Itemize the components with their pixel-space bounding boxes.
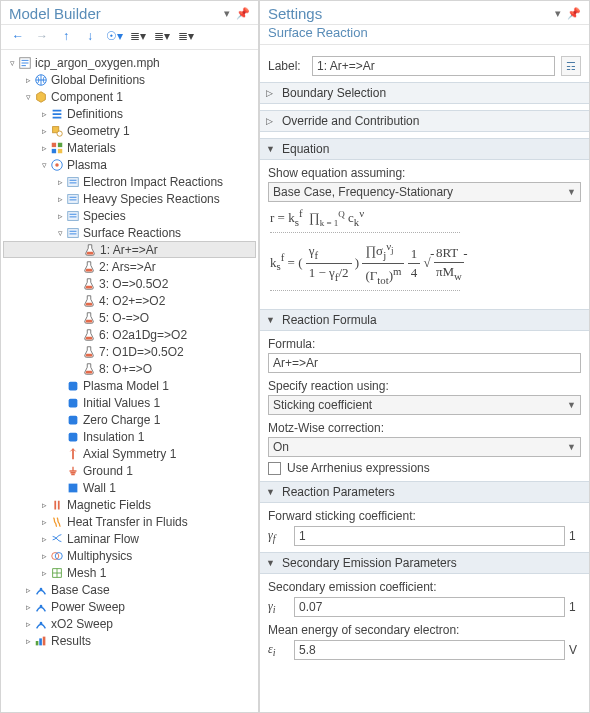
chevron-right-icon[interactable]: ▹	[39, 568, 49, 578]
collapse-button-3[interactable]: ≣▾	[175, 27, 197, 45]
chevron-right-icon[interactable]: ▹	[39, 126, 49, 136]
chevron-right-icon[interactable]: ▹	[23, 585, 33, 595]
section-reaction-formula[interactable]: ▼ Reaction Formula	[260, 309, 589, 331]
section-reaction-params[interactable]: ▼ Reaction Parameters	[260, 481, 589, 503]
tree-item-global-definitions[interactable]: ▹Global Definitions	[3, 71, 256, 88]
tree-item-3-o-0-5o2[interactable]: 3: O=>0.5O2	[3, 275, 256, 292]
chevron-down-icon[interactable]: ▿	[39, 160, 49, 170]
chevron-right-icon[interactable]: ▹	[55, 194, 65, 204]
tree-item-ground-1[interactable]: Ground 1	[3, 462, 256, 479]
tree-item-initial-values-1[interactable]: Initial Values 1	[3, 394, 256, 411]
model-builder-title: Model Builder	[9, 5, 224, 22]
tree-item-label: Heat Transfer in Fluids	[67, 515, 188, 529]
arrhenius-checkbox[interactable]	[268, 462, 281, 475]
tree-item-axial-symmetry-1[interactable]: Axial Symmetry 1	[3, 445, 256, 462]
tree-item-8-o-o[interactable]: 8: O+=>O	[3, 360, 256, 377]
tree-item-5-o-o[interactable]: 5: O-=>O	[3, 309, 256, 326]
chevron-right-icon[interactable]: ▹	[39, 143, 49, 153]
back-button[interactable]: ←	[7, 27, 29, 45]
chevron-right-icon[interactable]: ▹	[39, 500, 49, 510]
formula-input[interactable]	[268, 353, 581, 373]
specify-select[interactable]: Sticking coefficient ▼	[268, 395, 581, 415]
tree-item-electron-impact-reactions[interactable]: ▹Electron Impact Reactions	[3, 173, 256, 190]
chevron-down-icon[interactable]: ▿	[7, 58, 17, 68]
flask-icon	[81, 328, 97, 342]
tree-item-label: 7: O1D=>0.5O2	[99, 345, 184, 359]
tree-item-base-case[interactable]: ▹Base Case	[3, 581, 256, 598]
chevron-down-icon[interactable]: ▿	[23, 92, 33, 102]
tree-item-label: Mesh 1	[67, 566, 106, 580]
chevron-right-icon[interactable]: ▹	[39, 109, 49, 119]
tree-item-xo2-sweep[interactable]: ▹xO2 Sweep	[3, 615, 256, 632]
tree-item-icp-argon-oxygen-mph[interactable]: ▿icp_argon_oxygen.mph	[3, 54, 256, 71]
show-button[interactable]: ☉▾	[103, 27, 125, 45]
tree-item-label: Ground 1	[83, 464, 133, 478]
tree-item-definitions[interactable]: ▹Definitions	[3, 105, 256, 122]
pin-icon[interactable]: 📌	[567, 7, 581, 20]
forward-button[interactable]: →	[31, 27, 53, 45]
tree-item-insulation-1[interactable]: Insulation 1	[3, 428, 256, 445]
tree-item-surface-reactions[interactable]: ▿Surface Reactions	[3, 224, 256, 241]
tree-item-component-1[interactable]: ▿Component 1	[3, 88, 256, 105]
tree-item-plasma[interactable]: ▿Plasma	[3, 156, 256, 173]
pin-icon[interactable]: 📌	[236, 7, 250, 20]
up-button[interactable]: ↑	[55, 27, 77, 45]
zc-icon	[65, 413, 81, 427]
chevron-right-icon[interactable]: ▹	[23, 75, 33, 85]
tree-item-magnetic-fields[interactable]: ▹Magnetic Fields	[3, 496, 256, 513]
chevron-right-icon[interactable]: ▹	[39, 534, 49, 544]
section-boundary-selection[interactable]: ▷ Boundary Selection	[260, 82, 589, 104]
section-override[interactable]: ▷ Override and Contribution	[260, 110, 589, 132]
tree-item-1-ar-ar[interactable]: 1: Ar+=>Ar	[3, 241, 256, 258]
tree-item-zero-charge-1[interactable]: Zero Charge 1	[3, 411, 256, 428]
goto-source-button[interactable]: ☶	[561, 56, 581, 76]
section-secondary-emission[interactable]: ▼ Secondary Emission Parameters	[260, 552, 589, 574]
dropdown-icon[interactable]: ▾	[555, 7, 561, 20]
tree-item-geometry-1[interactable]: ▹Geometry 1	[3, 122, 256, 139]
tree-item-label: Multiphysics	[67, 549, 132, 563]
collapse-button-2[interactable]: ≣▾	[151, 27, 173, 45]
down-button[interactable]: ↓	[79, 27, 101, 45]
tree-item-mesh-1[interactable]: ▹Mesh 1	[3, 564, 256, 581]
tree-item-wall-1[interactable]: Wall 1	[3, 479, 256, 496]
section-equation[interactable]: ▼ Equation	[260, 138, 589, 160]
motzwise-select[interactable]: On ▼	[268, 437, 581, 457]
tree-item-6-o2a1dg-o2[interactable]: 6: O2a1Dg=>O2	[3, 326, 256, 343]
dropdown-icon[interactable]: ▾	[224, 7, 230, 20]
tree-item-7-o1d-0-5o2[interactable]: 7: O1D=>0.5O2	[3, 343, 256, 360]
chevron-right-icon[interactable]: ▹	[23, 636, 33, 646]
chevron-right-icon[interactable]: ▹	[55, 211, 65, 221]
tree-item-4-o2-o2[interactable]: 4: O2+=>O2	[3, 292, 256, 309]
equation-display: r = ksf ∏k = 1Q ckν ksf = ( γf1 − γf/2 )…	[268, 202, 581, 303]
chevron-down-icon: ▼	[266, 144, 276, 154]
show-equation-select[interactable]: Base Case, Frequency-Stationary ▼	[268, 182, 581, 202]
tree-item-results[interactable]: ▹Results	[3, 632, 256, 649]
fwd-sticking-input[interactable]	[294, 526, 565, 546]
mean-energy-input[interactable]	[294, 640, 565, 660]
chevron-right-icon[interactable]: ▹	[39, 517, 49, 527]
wall-icon	[65, 481, 81, 495]
tree-item-laminar-flow[interactable]: ▹Laminar Flow	[3, 530, 256, 547]
tree-item-materials[interactable]: ▹Materials	[3, 139, 256, 156]
chevron-down-icon[interactable]: ▿	[55, 228, 65, 238]
tree-item-heavy-species-reactions[interactable]: ▹Heavy Species Reactions	[3, 190, 256, 207]
flask-icon	[81, 294, 97, 308]
tree-item-species[interactable]: ▹Species	[3, 207, 256, 224]
chevron-right-icon[interactable]: ▹	[39, 551, 49, 561]
tree-item-multiphysics[interactable]: ▹Multiphysics	[3, 547, 256, 564]
model-tree[interactable]: ▿icp_argon_oxygen.mph▹Global Definitions…	[1, 50, 258, 712]
sec-emission-input[interactable]	[294, 597, 565, 617]
section-equation-label: Equation	[282, 142, 329, 156]
tree-item-plasma-model-1[interactable]: Plasma Model 1	[3, 377, 256, 394]
tree-item-2-ars-ar[interactable]: 2: Ars=>Ar	[3, 258, 256, 275]
tree-item-label: Species	[83, 209, 126, 223]
tree-item-power-sweep[interactable]: ▹Power Sweep	[3, 598, 256, 615]
tree-item-heat-transfer-in-fluids[interactable]: ▹Heat Transfer in Fluids	[3, 513, 256, 530]
chevron-right-icon[interactable]: ▹	[23, 619, 33, 629]
chevron-right-icon[interactable]: ▹	[55, 177, 65, 187]
chevron-right-icon[interactable]: ▹	[23, 602, 33, 612]
collapse-button-1[interactable]: ≣▾	[127, 27, 149, 45]
section-secondary-emission-label: Secondary Emission Parameters	[282, 556, 457, 570]
label-input[interactable]	[312, 56, 555, 76]
mp-icon	[49, 549, 65, 563]
